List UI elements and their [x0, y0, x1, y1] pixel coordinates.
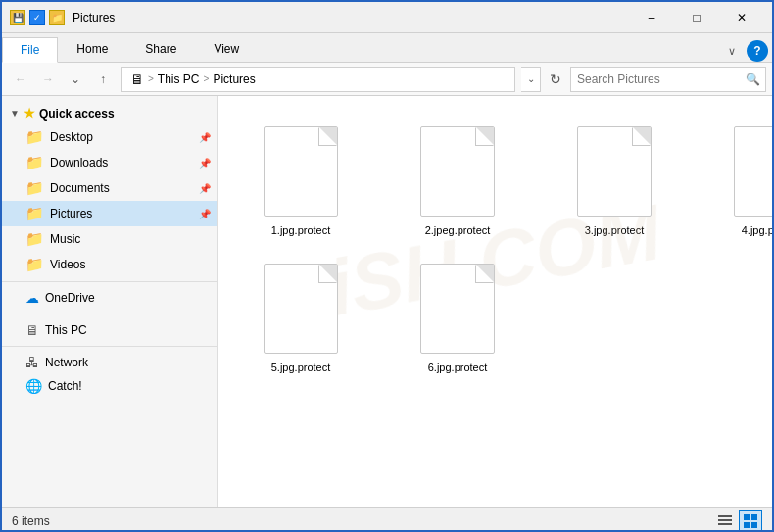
file-name-5: 5.jpg.protect — [271, 362, 331, 373]
close-button[interactable]: ✕ — [719, 2, 764, 33]
svg-rect-3 — [744, 514, 750, 520]
minimize-button[interactable]: – — [629, 2, 674, 33]
catch-icon: 🌐 — [25, 378, 42, 394]
address-dropdown-button[interactable]: ⌄ — [521, 67, 541, 92]
star-icon: ★ — [24, 106, 35, 121]
folder-icon: 📁 — [25, 128, 44, 146]
title-bar-icons: 💾 ✓ 📁 — [10, 10, 65, 25]
sidebar-label-onedrive: OneDrive — [45, 291, 95, 305]
folder-icon: 📁 — [25, 179, 44, 197]
back-button[interactable]: ← — [8, 67, 33, 92]
sidebar-item-documents[interactable]: 📁 Documents 📌 — [2, 175, 217, 201]
grid-view-button[interactable] — [739, 510, 762, 532]
sidebar-item-videos[interactable]: 📁 Videos — [2, 252, 217, 277]
pc-icon: 🖥 — [25, 322, 39, 338]
search-input[interactable] — [571, 73, 740, 86]
pin-icon: 📌 — [199, 158, 211, 169]
title-icon-check: ✓ — [29, 10, 45, 25]
file-icon-wrap — [257, 122, 345, 220]
refresh-button[interactable]: ↻ — [543, 67, 568, 92]
file-icon-wrap — [257, 260, 345, 358]
sidebar-label-videos: Videos — [50, 258, 85, 271]
sidebar-item-this-pc[interactable]: 🖥 This PC — [2, 318, 217, 342]
document-icon — [420, 264, 495, 354]
file-icon-wrap — [413, 260, 502, 358]
file-item-4[interactable]: 4.jpg.protect — [707, 116, 772, 243]
help-button[interactable]: ? — [747, 40, 768, 62]
sidebar-item-catch[interactable]: 🌐 Catch! — [2, 374, 217, 398]
svg-rect-1 — [718, 519, 732, 521]
sidebar-label-desktop: Desktop — [50, 130, 93, 144]
folder-icon: 📁 — [25, 256, 44, 273]
onedrive-icon: ☁ — [25, 290, 39, 306]
file-item-1[interactable]: 1.jpg.protect — [237, 116, 364, 243]
file-item-3[interactable]: 3.jpg.protect — [551, 116, 678, 243]
expand-icon: ▼ — [10, 108, 20, 119]
sidebar-label-this-pc: This PC — [45, 323, 87, 337]
list-view-button[interactable] — [713, 510, 737, 532]
list-view-icon — [718, 514, 732, 528]
document-icon — [420, 126, 495, 217]
sidebar-item-desktop[interactable]: 📁 Desktop 📌 — [2, 124, 217, 150]
tab-share[interactable]: Share — [126, 36, 195, 62]
folder-icon: 📁 — [25, 230, 44, 248]
file-grid: 1.jpg.protect 2.jpeg.protect 3.jpg.prote… — [227, 106, 762, 390]
svg-rect-2 — [718, 523, 732, 525]
quick-access-label: Quick access — [39, 107, 115, 121]
main-area: ▼ ★ Quick access 📁 Desktop 📌 📁 Downloads… — [2, 96, 772, 507]
title-bar: 💾 ✓ 📁 Pictures – □ ✕ — [2, 2, 772, 33]
svg-rect-6 — [751, 522, 757, 528]
address-path[interactable]: 🖥 > This PC > Pictures — [121, 67, 515, 92]
dropdown-history-button[interactable]: ⌄ — [63, 67, 88, 92]
sidebar-item-onedrive[interactable]: ☁ OneDrive — [2, 286, 217, 310]
svg-rect-0 — [718, 515, 732, 517]
sidebar: ▼ ★ Quick access 📁 Desktop 📌 📁 Downloads… — [2, 96, 218, 507]
file-name-2: 2.jpeg.protect — [425, 224, 491, 236]
document-icon — [734, 126, 772, 217]
sidebar-item-network[interactable]: 🖧 Network — [2, 351, 217, 374]
view-buttons — [713, 510, 762, 532]
folder-icon: 📁 — [25, 154, 44, 171]
title-icon-save: 💾 — [10, 10, 25, 25]
window-title: Pictures — [73, 11, 629, 24]
grid-view-icon — [744, 514, 757, 528]
tab-file[interactable]: File — [2, 37, 58, 63]
folder-icon: 📁 — [25, 205, 44, 222]
file-icon-wrap — [570, 122, 658, 220]
sidebar-item-music[interactable]: 📁 Music — [2, 226, 217, 252]
status-bar: 6 items — [2, 507, 772, 532]
svg-rect-5 — [744, 522, 750, 528]
sidebar-divider-3 — [2, 346, 217, 347]
title-controls: – □ ✕ — [629, 2, 764, 33]
file-name-1: 1.jpg.protect — [271, 224, 331, 236]
sidebar-label-music: Music — [50, 232, 80, 246]
document-icon — [264, 126, 338, 217]
tab-view[interactable]: View — [195, 36, 258, 62]
ribbon-collapse-button[interactable]: ∨ — [721, 40, 743, 62]
maximize-button[interactable]: □ — [674, 2, 719, 33]
sidebar-label-downloads: Downloads — [50, 156, 108, 169]
pin-icon: 📌 — [199, 132, 211, 143]
pin-icon: 📌 — [199, 209, 211, 219]
sidebar-label-catch: Catch! — [48, 379, 82, 393]
search-box[interactable]: 🔍 — [570, 67, 766, 92]
search-icon[interactable]: 🔍 — [740, 67, 765, 92]
sidebar-label-network: Network — [45, 356, 88, 369]
ribbon-tabs: File Home Share View ∨ ? — [2, 33, 772, 63]
this-pc-label: This PC — [158, 73, 200, 86]
sidebar-label-pictures: Pictures — [50, 207, 92, 220]
tab-home[interactable]: Home — [58, 36, 126, 62]
document-icon — [264, 264, 338, 354]
up-button[interactable]: ↑ — [90, 67, 116, 92]
sidebar-item-downloads[interactable]: 📁 Downloads 📌 — [2, 150, 217, 175]
file-item-2[interactable]: 2.jpeg.protect — [394, 116, 521, 243]
file-name-6: 6.jpg.protect — [428, 362, 488, 373]
file-item-6[interactable]: 6.jpg.protect — [394, 253, 521, 380]
quick-access-header[interactable]: ▼ ★ Quick access — [2, 102, 217, 124]
forward-button[interactable]: → — [35, 67, 61, 92]
file-item-5[interactable]: 5.jpg.protect — [237, 253, 364, 380]
file-icon-wrap — [413, 122, 502, 220]
address-bar: ← → ⌄ ↑ 🖥 > This PC > Pictures ⌄ ↻ 🔍 — [2, 63, 772, 96]
sidebar-item-pictures[interactable]: 📁 Pictures 📌 — [2, 201, 217, 226]
pictures-label: Pictures — [213, 73, 255, 86]
